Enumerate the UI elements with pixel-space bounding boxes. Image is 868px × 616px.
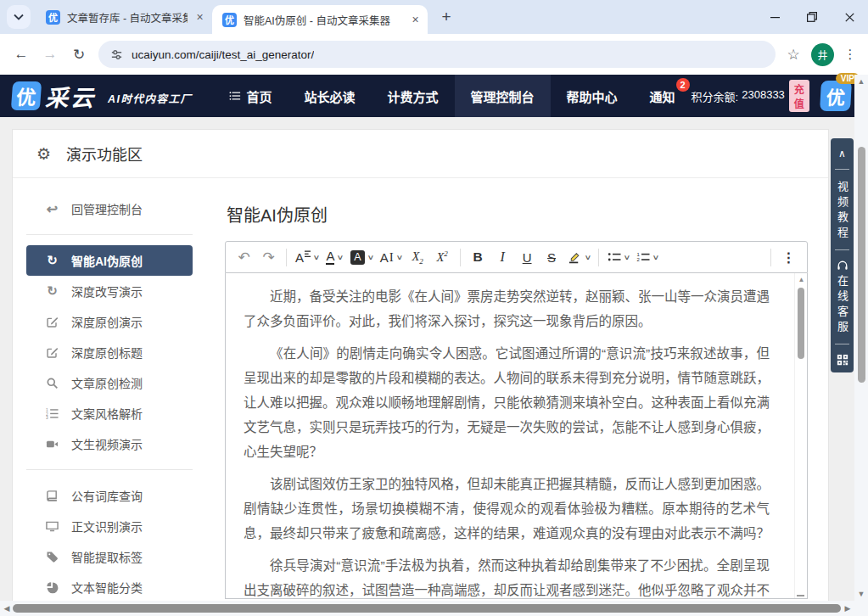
user-avatar[interactable]: 优 [820,81,852,111]
minimize-button[interactable] [756,0,793,34]
scroll-left-icon[interactable]: ◀ [1,601,13,616]
card-body: ↩回管理控制台↻智能AI伪原创↻深度改写演示深度原创演示深度原创标题文章原创检测… [13,178,828,602]
points-balance: 积分余额: 2308333 [692,88,785,104]
back-to-top-button[interactable]: ∧ [838,145,846,165]
browser-menu-button[interactable]: ⋮ [839,42,861,67]
editor-content[interactable]: 近期，备受关注的电影《在人间》票房走势突然逆转，赵丽颖、张一山等一众演员遭遇了众… [225,273,808,599]
sidebar-item-deep-rewrite-demo[interactable]: ↻深度改写演示 [26,276,193,306]
tab-close-icon[interactable]: × [193,10,207,25]
strikethrough-button[interactable]: S [540,244,564,270]
header-nav-item[interactable]: 通知2 [634,75,692,117]
back-button[interactable]: ← [7,40,36,69]
sidebar-item-label: 智能AI伪原创 [71,252,143,269]
sidebar-item-deep-original-demo[interactable]: 深度原创演示 [26,306,193,337]
header-nav-item[interactable]: 计费方式 [372,75,455,117]
reload-button[interactable]: ↻ [64,40,93,69]
header-nav-item[interactable]: 帮助中心 [551,75,634,117]
header-nav-item[interactable]: 首页 [213,75,288,117]
sidebar-item-label: 正文识别演示 [71,518,143,535]
chevron-down-icon: ∨ [367,254,374,261]
headset-icon[interactable] [837,254,848,272]
chevron-down-icon [14,14,24,20]
sidebar: ↩回管理控制台↻智能AI伪原创↻深度改写演示深度原创演示深度原创标题文章原创检测… [26,193,218,602]
page-vertical-scrollbar[interactable]: ▲ ▼ [854,75,868,601]
scroll-right-icon[interactable]: ▶ [842,601,854,616]
sidebar-item-label: 文生视频演示 [71,435,143,452]
logo-mark: 优 [11,81,42,110]
recharge-button[interactable]: 充值 [789,80,809,112]
sidebar-item-style-analysis[interactable]: 123文案风格解析 [26,398,193,428]
underline-button[interactable]: U [515,244,540,270]
numbered-list-button[interactable]: 12∨ [633,244,662,270]
toolbar-separator [598,249,599,266]
editor-scroll-thumb[interactable] [798,288,804,359]
notification-badge: 2 [676,78,690,92]
panel-divider [835,344,849,344]
edit-icon [45,346,59,359]
chevron-down-icon: ∨ [337,254,344,261]
header-account-area: 积分余额: 2308333 充值 优 VIP [692,80,852,112]
scrollbar-corner [854,601,868,616]
scroll-down-icon[interactable]: ▼ [854,590,868,598]
site-logo[interactable]: 优 采云 [12,80,96,113]
horizontal-scroll-thumb[interactable] [13,604,841,613]
restore-button[interactable] [793,0,831,34]
restore-icon [807,12,817,22]
redo-button[interactable]: ↷ [256,244,281,270]
qr-code-button[interactable] [837,348,848,366]
address-bar[interactable]: ucaiyun.com/caiji/test_ai_generator/ [98,41,776,68]
user-avatar-wrap: 优 VIP [820,81,852,111]
sidebar-item-deep-original-title[interactable]: 深度原创标题 [26,337,193,367]
tab-close-icon[interactable]: × [408,13,423,27]
editor-toolbar: ↶↷A∨A∨A∨AI∨X2X2BIUS∨∨12∨⋮ [225,241,808,273]
more-options-button[interactable]: ⋮ [776,244,801,270]
vertical-scroll-thumb[interactable] [858,147,865,383]
line-height-button[interactable]: AI∨ [377,244,406,270]
profile-avatar[interactable]: 井 [811,43,834,66]
video-tutorial-button[interactable]: 视频教程 [837,173,848,246]
superscript-button[interactable]: X2 [430,244,455,270]
scroll-up-icon[interactable]: ▲ [795,276,808,283]
highlight-button[interactable]: ∨ [564,244,594,270]
font-color-button[interactable]: A∨ [322,244,347,270]
editor-scrollbar[interactable]: ▲ [794,273,807,598]
tab-title: 智能AI伪原创 - 自动文章采集器 [244,12,403,28]
nav-item-label: 帮助中心 [567,87,618,105]
sidebar-item-smart-tag-extract[interactable]: 智能提取标签 [26,541,193,572]
site-settings-icon[interactable] [110,48,123,61]
points-value: 2308333 [742,88,785,104]
browser-tab[interactable]: 优文章暂存库 - 自动文章采集器-优× [36,0,212,34]
bulleted-list-button[interactable]: ∨ [604,244,633,270]
sidebar-item-back-to-console[interactable]: ↩回管理控制台 [26,193,193,224]
header-nav-item[interactable]: 管理控制台 [455,75,551,117]
sidebar-item-ai-rewrite[interactable]: ↻智能AI伪原创 [26,245,193,276]
bookmark-button[interactable]: ☆ [781,42,806,67]
close-window-button[interactable] [831,0,868,34]
minimize-icon [770,13,780,22]
tab-title: 文章暂存库 - 自动文章采集器-优 [67,9,188,25]
font-size-button[interactable]: A∨ [292,244,322,270]
bold-button[interactable]: B [466,244,490,270]
forward-button[interactable]: → [36,40,64,69]
tab-search-button[interactable] [7,5,31,29]
font-background-color-button[interactable]: A∨ [347,244,377,270]
page-horizontal-scrollbar[interactable]: ◀ ▶ [0,601,854,616]
new-tab-button[interactable]: + [434,5,458,29]
subscript-button[interactable]: X2 [406,244,430,270]
points-label: 积分余额: [692,88,739,104]
resize-handle[interactable] [797,595,804,596]
scroll-up-icon[interactable]: ▲ [854,77,868,86]
sidebar-item-text-to-video-demo[interactable]: 文生视频演示 [26,428,193,459]
sidebar-item-body-recognition-demo[interactable]: 正文识别演示 [26,511,193,541]
sidebar-item-originality-check[interactable]: 文章原创检测 [26,367,193,398]
sync-icon: ↻ [45,283,59,299]
italic-button[interactable]: I [490,244,515,270]
browser-tab-active[interactable]: 优智能AI伪原创 - 自动文章采集器× [212,5,428,34]
sidebar-item-text-classification[interactable]: 文本智能分类 [26,572,193,602]
header-nav-item[interactable]: 站长必读 [288,75,372,117]
online-service-button[interactable]: 在线客服 [837,272,848,340]
chevron-down-icon: ∨ [652,254,660,261]
sidebar-item-public-lexicon-query[interactable]: 公有词库查询 [26,480,193,511]
undo-button[interactable]: ↶ [232,244,256,270]
sidebar-item-label: 回管理控制台 [71,200,143,217]
